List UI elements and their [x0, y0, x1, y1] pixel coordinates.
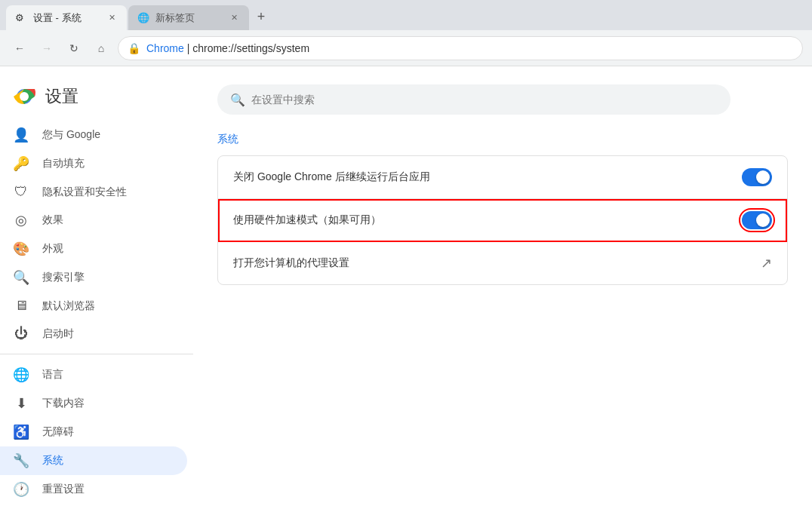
- address-url: chrome://settings/system: [192, 42, 309, 54]
- tab-bar: ⚙ 设置 - 系统 ✕ 🌐 新标签页 ✕ +: [0, 0, 812, 30]
- address-chrome: Chrome: [146, 42, 184, 54]
- chrome-logo-icon: [12, 84, 36, 109]
- settings-row-proxy: 打开您计算机的代理设置 ↗: [218, 242, 787, 284]
- power-icon: ⏻: [12, 326, 30, 342]
- settings-favicon: ⚙: [15, 12, 27, 24]
- sidebar-item-privacy-label: 隐私设置和安全性: [42, 186, 127, 199]
- sidebar-item-google[interactable]: 👤 您与 Google: [0, 121, 187, 149]
- main-content: 设置 👤 您与 Google 🔑 自动填充 🛡 隐私设置和安全性 ◎ 效果 🎨 …: [0, 66, 812, 506]
- section-title: 系统: [217, 133, 788, 146]
- sidebar-item-search-label: 搜索引擎: [42, 271, 85, 284]
- sidebar-title: 设置: [45, 85, 78, 108]
- monitor-icon: 🖥: [12, 298, 30, 314]
- sidebar-item-startup[interactable]: ⏻ 启动时: [0, 320, 187, 348]
- background-label: 关闭 Google Chrome 后继续运行后台应用: [233, 170, 730, 184]
- key-icon: 🔑: [12, 155, 30, 172]
- back-button[interactable]: ←: [9, 38, 30, 59]
- sidebar-header: 设置: [0, 78, 193, 121]
- sidebar-item-language[interactable]: 🌐 语言: [0, 360, 187, 389]
- svg-point-2: [20, 92, 29, 101]
- person-icon: 👤: [12, 127, 30, 143]
- sidebar-item-autofill-label: 自动填充: [42, 157, 85, 170]
- sidebar-divider: [0, 354, 193, 354]
- address-text: Chrome | chrome://settings/system: [146, 42, 793, 54]
- sidebar-item-system-label: 系统: [42, 454, 63, 468]
- download-icon: ⬇: [12, 395, 30, 412]
- hardware-toggle[interactable]: [742, 211, 772, 229]
- sidebar-item-accessibility[interactable]: ♿ 无障碍: [0, 418, 187, 446]
- address-bar-icon: 🔒: [128, 42, 140, 54]
- tab-newtab-close[interactable]: ✕: [228, 12, 240, 24]
- system-icon: 🔧: [12, 452, 30, 469]
- hardware-toggle-knob: [756, 213, 770, 227]
- sidebar-item-autofill[interactable]: 🔑 自动填充: [0, 149, 187, 178]
- sidebar-item-default-browser[interactable]: 🖥 默认浏览器: [0, 292, 187, 320]
- sidebar-item-search[interactable]: 🔍 搜索引擎: [0, 263, 187, 292]
- tab-newtab-label: 新标签页: [155, 11, 222, 25]
- tab-settings-label: 设置 - 系统: [33, 11, 100, 25]
- forward-button[interactable]: →: [36, 38, 57, 59]
- sidebar-item-downloads-label: 下载内容: [42, 397, 85, 410]
- sidebar-item-privacy[interactable]: 🛡 隐私设置和安全性: [0, 178, 187, 206]
- shield-icon: 🛡: [12, 184, 30, 200]
- sidebar-item-language-label: 语言: [42, 368, 63, 382]
- effects-icon: ◎: [12, 212, 30, 228]
- tab-newtab[interactable]: 🌐 新标签页 ✕: [128, 5, 249, 30]
- sidebar-item-default-browser-label: 默认浏览器: [42, 299, 95, 313]
- content-area: 🔍 系统 关闭 Google Chrome 后继续运行后台应用 使用硬件加速模式…: [193, 66, 812, 506]
- accessibility-icon: ♿: [12, 424, 30, 440]
- nav-bar: ← → ↻ ⌂ 🔒 Chrome | chrome://settings/sys…: [0, 30, 812, 66]
- search-bar[interactable]: 🔍: [217, 84, 730, 115]
- tab-settings-close[interactable]: ✕: [106, 12, 118, 24]
- sidebar-item-effects[interactable]: ◎ 效果: [0, 206, 187, 235]
- browser-frame: ⚙ 设置 - 系统 ✕ 🌐 新标签页 ✕ + ← → ↻ ⌂ 🔒 Chrome …: [0, 0, 812, 506]
- palette-icon: 🎨: [12, 241, 30, 257]
- address-bar[interactable]: 🔒 Chrome | chrome://settings/system: [118, 36, 803, 60]
- sidebar-item-reset[interactable]: 🕐 重置设置: [0, 475, 187, 504]
- sidebar-item-downloads[interactable]: ⬇ 下载内容: [0, 389, 187, 418]
- background-toggle-knob: [756, 170, 770, 184]
- reset-icon: 🕐: [12, 481, 30, 498]
- sidebar: 设置 👤 您与 Google 🔑 自动填充 🛡 隐私设置和安全性 ◎ 效果 🎨 …: [0, 66, 193, 506]
- settings-card: 关闭 Google Chrome 后继续运行后台应用 使用硬件加速模式（如果可用…: [217, 155, 788, 285]
- new-tab-button[interactable]: +: [251, 6, 272, 27]
- search-icon: 🔍: [12, 269, 30, 286]
- proxy-label: 打开您计算机的代理设置: [233, 256, 749, 270]
- sidebar-item-google-label: 您与 Google: [42, 128, 100, 142]
- sidebar-item-appearance-label: 外观: [42, 242, 63, 256]
- settings-row-hardware: 使用硬件加速模式（如果可用）: [218, 199, 787, 242]
- hardware-label: 使用硬件加速模式（如果可用）: [233, 213, 730, 227]
- sidebar-item-effects-label: 效果: [42, 213, 63, 227]
- sidebar-item-accessibility-label: 无障碍: [42, 425, 74, 439]
- newtab-favicon: 🌐: [137, 12, 149, 24]
- sidebar-item-appearance[interactable]: 🎨 外观: [0, 235, 187, 263]
- external-link-icon[interactable]: ↗: [761, 255, 772, 271]
- search-input[interactable]: [251, 94, 718, 106]
- background-toggle[interactable]: [742, 168, 772, 186]
- search-bar-icon: 🔍: [230, 93, 245, 107]
- settings-row-background: 关闭 Google Chrome 后继续运行后台应用: [218, 156, 787, 199]
- sidebar-item-startup-label: 启动时: [42, 327, 74, 341]
- language-icon: 🌐: [12, 366, 30, 383]
- sidebar-item-system[interactable]: 🔧 系统: [0, 446, 187, 475]
- reload-button[interactable]: ↻: [63, 38, 85, 59]
- home-button[interactable]: ⌂: [91, 38, 112, 59]
- tab-settings[interactable]: ⚙ 设置 - 系统 ✕: [6, 5, 127, 30]
- sidebar-item-reset-label: 重置设置: [42, 483, 85, 496]
